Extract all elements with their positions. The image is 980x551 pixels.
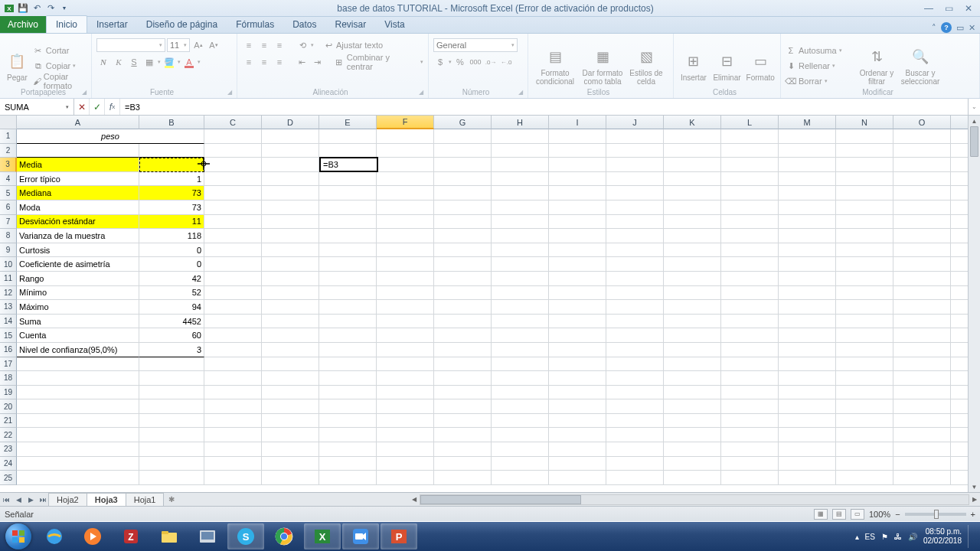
cell[interactable] (893, 186, 951, 201)
cell[interactable] (721, 229, 779, 243)
start-button[interactable] (2, 523, 35, 549)
column-header[interactable]: D (262, 116, 319, 129)
cell[interactable] (377, 286, 434, 301)
cell[interactable] (836, 357, 893, 372)
formula-input[interactable]: =B3 (120, 99, 968, 115)
column-header[interactable]: E (319, 116, 377, 129)
row-header[interactable]: 22 (0, 428, 17, 442)
cell[interactable] (377, 399, 434, 414)
cell[interactable] (664, 144, 721, 158)
cell[interactable] (549, 229, 606, 243)
cell[interactable]: 42 (139, 272, 204, 286)
cell[interactable] (549, 328, 606, 343)
cell[interactable] (836, 343, 893, 357)
cell[interactable] (319, 243, 377, 258)
cell[interactable] (836, 371, 893, 386)
taskbar-app2-icon[interactable] (189, 523, 226, 549)
normal-view-icon[interactable]: ▦ (814, 509, 828, 520)
sheet-first-icon[interactable]: ⏮ (0, 494, 12, 506)
cell[interactable] (664, 201, 721, 215)
row-header[interactable]: 14 (0, 315, 17, 329)
tray-clock[interactable]: 08:50 p.m. 02/02/2018 (923, 527, 962, 546)
cell[interactable] (319, 442, 377, 457)
cell[interactable] (721, 315, 779, 329)
column-header[interactable]: O (893, 116, 951, 129)
cell[interactable] (204, 414, 262, 429)
row-header[interactable]: 13 (0, 300, 17, 315)
cell[interactable] (836, 300, 893, 315)
cell[interactable] (721, 144, 779, 158)
cell[interactable] (377, 442, 434, 457)
show-desktop-button[interactable] (968, 525, 974, 548)
cell[interactable] (492, 457, 549, 471)
cell[interactable] (893, 286, 951, 301)
cell[interactable]: Nivel de confianza(95,0%) (17, 343, 139, 357)
cell[interactable] (779, 215, 836, 230)
cell[interactable] (836, 144, 893, 158)
column-header[interactable]: M (779, 116, 836, 129)
sheet-next-icon[interactable]: ▶ (24, 494, 37, 506)
cell[interactable] (262, 457, 319, 471)
cell[interactable]: Desviación estándar (17, 215, 139, 230)
fx-button[interactable]: fx (105, 99, 120, 115)
cell[interactable] (262, 129, 319, 144)
format-painter-button[interactable]: 🖌Copiar formato (33, 74, 87, 88)
underline-button[interactable]: S (127, 55, 141, 69)
cell[interactable] (836, 457, 893, 471)
cell-styles-button[interactable]: ▧Estilos de celda (628, 35, 665, 96)
cell[interactable] (549, 371, 606, 386)
cell[interactable] (721, 129, 779, 144)
cell[interactable] (549, 428, 606, 442)
cell[interactable] (434, 186, 492, 201)
undo-icon[interactable]: ↶ (31, 2, 43, 15)
cell[interactable] (779, 315, 836, 329)
restore-button[interactable]: ▭ (940, 2, 957, 15)
cell[interactable] (664, 315, 721, 329)
cell[interactable] (606, 300, 664, 315)
cell[interactable] (434, 300, 492, 315)
cell[interactable] (262, 428, 319, 442)
cell[interactable] (606, 201, 664, 215)
cell[interactable] (779, 257, 836, 272)
row-header[interactable]: 1 (0, 129, 17, 144)
column-header[interactable]: C (204, 116, 262, 129)
cell[interactable] (377, 257, 434, 272)
cell[interactable] (204, 357, 262, 372)
horizontal-scrollbar[interactable]: ◀ ▶ (409, 494, 980, 506)
cell[interactable] (492, 201, 549, 215)
cell[interactable] (779, 343, 836, 357)
cell[interactable] (319, 471, 377, 485)
tab-file[interactable]: Archivo (0, 16, 46, 33)
cell[interactable] (204, 371, 262, 386)
cell[interactable] (204, 272, 262, 286)
cell[interactable] (434, 257, 492, 272)
row-header[interactable]: 11 (0, 272, 17, 286)
alignment-dialog-icon[interactable]: ◢ (419, 89, 426, 96)
cell[interactable] (204, 186, 262, 201)
cell[interactable] (434, 428, 492, 442)
cell[interactable] (492, 229, 549, 243)
cell[interactable] (139, 144, 204, 158)
cell[interactable] (434, 328, 492, 343)
cell[interactable] (434, 471, 492, 485)
cell[interactable] (434, 371, 492, 386)
cell[interactable] (262, 399, 319, 414)
row-header[interactable]: 19 (0, 386, 17, 400)
cell[interactable] (434, 343, 492, 357)
cell[interactable] (204, 386, 262, 400)
row-header[interactable]: 15 (0, 328, 17, 343)
cell[interactable] (721, 257, 779, 272)
cell[interactable] (434, 272, 492, 286)
taskbar-explorer-icon[interactable] (151, 523, 188, 549)
cell[interactable] (721, 172, 779, 187)
cell[interactable]: Mediana (17, 186, 139, 201)
align-left-icon[interactable]: ≡ (242, 55, 256, 69)
cell[interactable] (836, 414, 893, 429)
column-header[interactable]: G (434, 116, 492, 129)
cell[interactable] (606, 386, 664, 400)
orientation-icon[interactable]: ⟲ (296, 38, 309, 52)
cell[interactable] (606, 186, 664, 201)
cell[interactable] (17, 442, 139, 457)
cell[interactable] (606, 257, 664, 272)
cell[interactable] (492, 471, 549, 485)
